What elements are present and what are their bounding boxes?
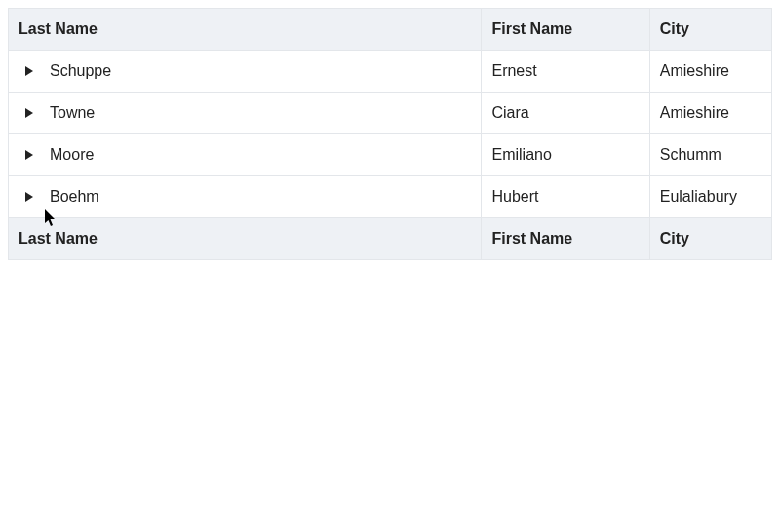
footer-city: City: [649, 218, 771, 260]
caret-right-icon[interactable]: [22, 106, 36, 120]
column-header-last-name[interactable]: Last Name: [9, 9, 482, 51]
table-footer-row: Last Name First Name City: [9, 218, 772, 260]
footer-last-name: Last Name: [9, 218, 482, 260]
cell-first-name: Hubert: [482, 176, 649, 218]
caret-right-icon[interactable]: [22, 148, 36, 162]
cell-city: Eulaliabury: [649, 176, 771, 218]
cell-last-name: Moore: [50, 146, 94, 164]
caret-right-icon[interactable]: [22, 190, 36, 204]
cell-first-name: Ciara: [482, 93, 649, 134]
cell-first-name: Emiliano: [482, 134, 649, 176]
table-row[interactable]: Boehm Hubert Eulaliabury: [9, 176, 772, 218]
cell-last-name: Boehm: [50, 188, 99, 206]
cell-first-name: Ernest: [482, 51, 649, 93]
column-header-city[interactable]: City: [649, 9, 771, 51]
caret-right-icon[interactable]: [22, 64, 36, 78]
table-row[interactable]: Schuppe Ernest Amieshire: [9, 51, 772, 93]
table-row[interactable]: Moore Emiliano Schumm: [9, 134, 772, 176]
table-row[interactable]: Towne Ciara Amieshire: [9, 93, 772, 134]
column-header-first-name[interactable]: First Name: [482, 9, 649, 51]
footer-first-name: First Name: [482, 218, 649, 260]
cell-last-name: Towne: [50, 104, 95, 122]
data-table: Last Name First Name City Schuppe Ernest…: [8, 8, 772, 260]
cell-last-name: Schuppe: [50, 62, 111, 80]
cell-city: Amieshire: [649, 51, 771, 93]
cell-city: Schumm: [649, 134, 771, 176]
table-header-row: Last Name First Name City: [9, 9, 772, 51]
cell-city: Amieshire: [649, 93, 771, 134]
